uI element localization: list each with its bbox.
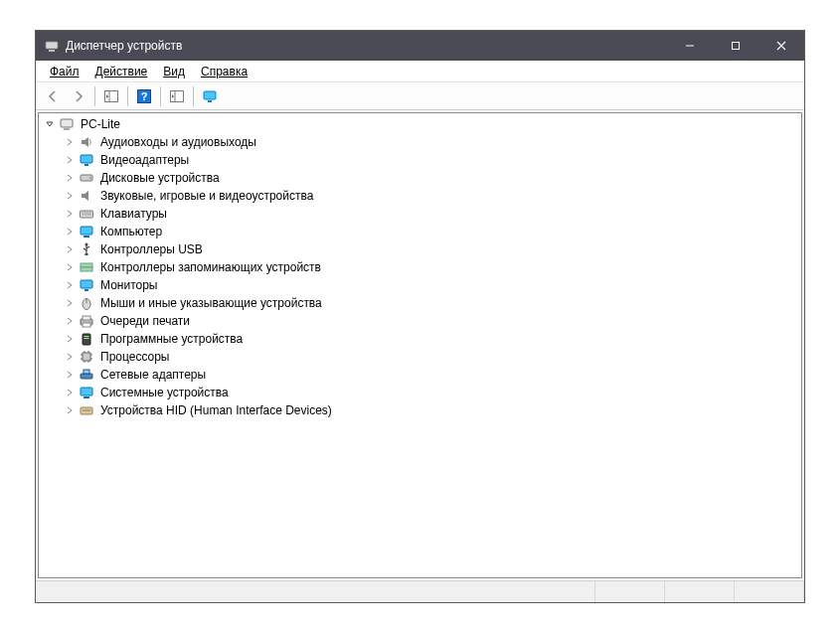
svg-rect-30 xyxy=(81,263,92,267)
svg-rect-3 xyxy=(733,43,740,50)
chevron-right-icon[interactable] xyxy=(63,403,77,417)
help-button[interactable]: ? xyxy=(132,84,156,108)
system-icon xyxy=(79,385,94,400)
tree-category-label: Видеоадаптеры xyxy=(98,152,191,168)
tree-category-label: Программные устройства xyxy=(98,331,245,347)
forward-button[interactable] xyxy=(67,84,90,108)
sound-icon xyxy=(79,188,94,204)
chevron-right-icon[interactable] xyxy=(63,332,77,346)
disk-icon xyxy=(79,170,94,186)
svg-rect-0 xyxy=(46,42,58,49)
tree-category-node[interactable]: Программные устройства xyxy=(63,330,801,348)
tree-category-node[interactable]: Контроллеры USB xyxy=(63,240,801,258)
cpu-icon xyxy=(79,349,94,365)
tree-category-node[interactable]: Звуковые, игровые и видеоустройства xyxy=(63,187,801,205)
svg-text:?: ? xyxy=(141,90,148,102)
computer-icon xyxy=(59,116,75,132)
menu-file[interactable]: Файл xyxy=(42,63,87,80)
chevron-right-icon[interactable] xyxy=(63,135,77,149)
svg-rect-18 xyxy=(81,155,92,163)
status-pane xyxy=(665,581,735,602)
tree-category-node[interactable]: Процессоры xyxy=(63,348,801,366)
svg-rect-37 xyxy=(83,316,90,320)
tree-category-node[interactable]: Компьютер xyxy=(63,223,801,240)
tree-category-node[interactable]: Сетевые адаптеры xyxy=(63,366,801,384)
computer-icon xyxy=(79,224,94,239)
scan-hardware-button[interactable] xyxy=(165,84,189,108)
chevron-right-icon[interactable] xyxy=(63,278,77,292)
tree-category-label: Компьютер xyxy=(98,224,164,239)
tree-category-node[interactable]: Мыши и иные указывающие устройства xyxy=(63,294,801,312)
svg-rect-31 xyxy=(81,267,92,271)
chevron-right-icon[interactable] xyxy=(63,242,77,256)
statusbar xyxy=(36,580,804,602)
menu-help[interactable]: Справка xyxy=(193,63,255,80)
back-button[interactable] xyxy=(41,84,65,108)
chevron-right-icon[interactable] xyxy=(63,207,77,221)
titlebar[interactable]: Диспетчер устройств xyxy=(36,31,804,61)
svg-marker-13 xyxy=(172,94,174,98)
usb-icon xyxy=(79,241,94,257)
display-icon xyxy=(79,152,94,168)
tree-category-node[interactable]: Аудиовходы и аудиовыходы xyxy=(63,133,801,151)
tree-category-node[interactable]: Системные устройства xyxy=(63,384,801,401)
chevron-down-icon[interactable] xyxy=(43,117,57,131)
tree-category-node[interactable]: Устройства HID (Human Interface Devices) xyxy=(63,401,801,419)
chevron-right-icon[interactable] xyxy=(63,153,77,167)
tree-category-label: Устройства HID (Human Interface Devices) xyxy=(98,402,334,418)
tree-category-node[interactable]: Клавиатуры xyxy=(63,205,801,223)
mouse-icon xyxy=(79,295,94,311)
toolbar-separator xyxy=(160,86,161,106)
svg-rect-14 xyxy=(204,91,216,99)
tree-category-node[interactable]: Мониторы xyxy=(63,276,801,294)
keyboard-icon xyxy=(79,206,94,222)
svg-marker-8 xyxy=(106,94,108,98)
storage-icon xyxy=(79,259,94,275)
device-tree[interactable]: PC-Lite Аудиовходы и аудиовыходыВидеоада… xyxy=(38,112,802,578)
window-title: Диспетчер устройств xyxy=(66,39,667,53)
chevron-right-icon[interactable] xyxy=(63,350,77,364)
chevron-right-icon[interactable] xyxy=(63,189,77,203)
printer-icon xyxy=(79,313,94,329)
network-icon xyxy=(79,367,94,383)
svg-rect-1 xyxy=(49,50,55,52)
tree-category-node[interactable]: Дисковые устройства xyxy=(63,169,801,187)
chevron-right-icon[interactable] xyxy=(63,386,77,399)
chevron-right-icon[interactable] xyxy=(63,260,77,274)
svg-rect-32 xyxy=(81,280,92,288)
tree-category-node[interactable]: Видеоадаптеры xyxy=(63,151,801,169)
app-icon xyxy=(44,38,60,54)
monitor-button[interactable] xyxy=(198,84,222,108)
software-icon xyxy=(79,331,94,347)
menu-action[interactable]: Действие xyxy=(87,63,156,80)
tree-root-label: PC-Lite xyxy=(79,116,122,132)
svg-rect-38 xyxy=(83,323,90,327)
svg-rect-51 xyxy=(81,374,92,379)
device-manager-window: Диспетчер устройств Файл Действие Вид Сп… xyxy=(35,30,805,603)
tree-root-node[interactable]: PC-Lite xyxy=(43,115,801,133)
svg-rect-16 xyxy=(61,119,73,127)
tree-category-label: Мыши и иные указывающие устройства xyxy=(98,295,324,311)
maximize-button[interactable] xyxy=(713,31,758,61)
svg-rect-17 xyxy=(64,128,70,130)
status-pane xyxy=(36,581,595,602)
chevron-right-icon[interactable] xyxy=(63,314,77,328)
show-hide-tree-button[interactable] xyxy=(99,84,123,108)
toolbar-separator xyxy=(193,86,194,106)
tree-category-label: Мониторы xyxy=(98,277,159,293)
status-pane xyxy=(735,581,804,602)
tree-category-label: Контроллеры USB xyxy=(98,241,205,257)
chevron-right-icon[interactable] xyxy=(63,171,77,185)
tree-category-label: Системные устройства xyxy=(98,385,231,400)
minimize-button[interactable] xyxy=(667,31,713,61)
close-button[interactable] xyxy=(758,31,804,61)
tree-category-node[interactable]: Очереди печати xyxy=(63,312,801,330)
hid-icon xyxy=(79,402,94,418)
tree-category-label: Дисковые устройства xyxy=(98,170,222,186)
chevron-right-icon[interactable] xyxy=(63,225,77,238)
svg-point-28 xyxy=(85,243,88,246)
chevron-right-icon[interactable] xyxy=(63,368,77,382)
menu-view[interactable]: Вид xyxy=(155,63,193,80)
chevron-right-icon[interactable] xyxy=(63,296,77,310)
tree-category-node[interactable]: Контроллеры запоминающих устройств xyxy=(63,258,801,276)
